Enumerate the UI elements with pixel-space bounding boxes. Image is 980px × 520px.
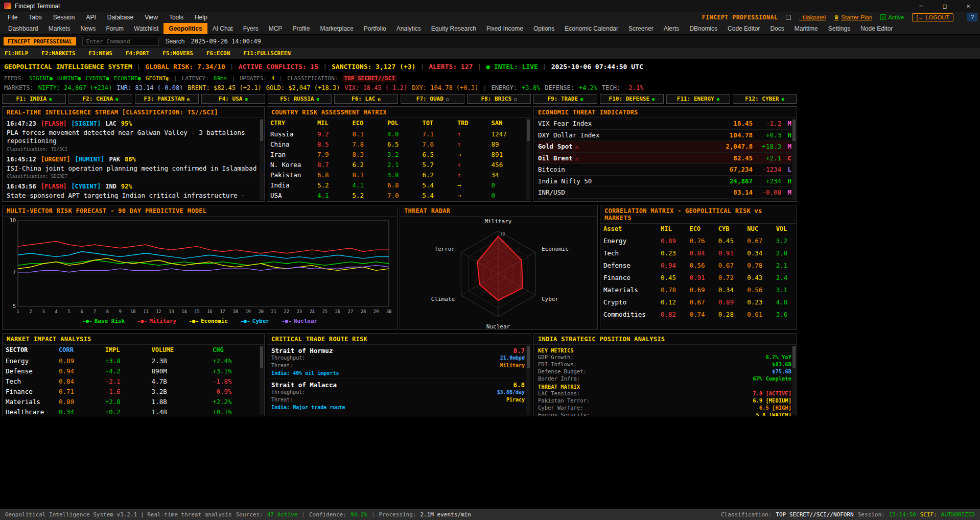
scrollbar[interactable]	[260, 119, 264, 200]
tab-fixed-income[interactable]: Fixed Income	[481, 23, 528, 34]
intel-item[interactable]: 16:47:23[FLASH][SIGINT]LAC95%PLA forces …	[7, 119, 258, 154]
menu-help[interactable]: Help	[189, 14, 213, 21]
menu-database[interactable]: Database	[102, 14, 139, 21]
legend-item-cyber[interactable]: -●-Cyber	[240, 318, 269, 324]
fkey-f3[interactable]: F3:NEWS	[89, 50, 112, 57]
country-row-eu[interactable]: EU4.86.17.36.1→12	[267, 200, 531, 201]
tab-analytics[interactable]: Analytics	[391, 23, 426, 34]
user-link[interactable]: _tilakpatel	[799, 14, 826, 20]
tab-news[interactable]: News	[75, 23, 101, 34]
market-row-energy[interactable]: Energy0.89+3.82.3B+2.4%	[3, 356, 264, 366]
country-row-pakistan[interactable]: Pakistan6.88.13.86.2↑34	[267, 170, 531, 180]
logout-button[interactable]: [→LOGOUT	[912, 13, 953, 21]
ftab-f10-defense[interactable]: F10: DEFENSE●	[600, 94, 664, 104]
tab-equity-research[interactable]: Equity Research	[426, 23, 481, 34]
scrollbar[interactable]	[526, 346, 530, 415]
ftab-f5-russia[interactable]: F5: RUSSIA●	[268, 94, 332, 104]
threat-matrix-row[interactable]: LAC Tensions:7.8 [ACTIVE]	[538, 390, 791, 397]
tab-geopolitics[interactable]: Geopolitics	[164, 23, 207, 34]
scrollbar[interactable]	[260, 346, 264, 415]
key-metrics-row[interactable]: FDI Inflows:$83.6B	[538, 361, 791, 368]
fullscreen-icon[interactable]	[786, 15, 791, 20]
market-row-finance[interactable]: Finance0.71-1.63.2B-0.9%	[3, 386, 264, 396]
scrollbar-thumb[interactable]	[527, 120, 530, 141]
tab-economic-calendar[interactable]: Economic Calendar	[559, 23, 623, 34]
tab-fyers[interactable]: Fyers	[238, 23, 264, 34]
menu-tools[interactable]: Tools	[164, 14, 189, 21]
corr-row-tech[interactable]: Tech0.230.840.910.342.8	[600, 247, 797, 259]
tab-settings[interactable]: Settings	[823, 23, 855, 34]
econ-indicator-row[interactable]: INR/USD83.14-0.08M	[538, 187, 791, 199]
tab-profile[interactable]: Profile	[287, 23, 315, 34]
corr-row-energy[interactable]: Energy0.890.760.450.673.2	[600, 234, 797, 247]
scrollbar-thumb[interactable]	[792, 346, 796, 368]
ftab-f7-quad[interactable]: F7: QUAD○	[401, 94, 464, 104]
scrollbar-thumb[interactable]	[260, 346, 263, 368]
tab-docs[interactable]: Docs	[765, 23, 789, 34]
key-metrics-row[interactable]: GDP Growth:6.7% YoY	[538, 354, 791, 361]
scrollbar-thumb[interactable]	[792, 120, 796, 141]
corr-row-finance[interactable]: Finance0.450.910.720.432.4	[600, 271, 797, 283]
trade-route[interactable]: Strait of Hormuz8.7Throughput:21.0mbpdTh…	[271, 345, 525, 379]
key-metrics-row[interactable]: Border Infra:67% Complete	[538, 375, 791, 383]
corr-row-commodities[interactable]: Commodities0.820.740.280.613.6	[600, 308, 797, 320]
trade-route[interactable]: Strait of Malacca6.8Throughput:$3.8B/day…	[271, 379, 525, 413]
country-row-russia[interactable]: Russia9.28.14.07.1↑1247	[267, 129, 531, 139]
intel-item[interactable]: 16:43:56[FLASH][CYBINT]IND92%State-spons…	[7, 181, 258, 201]
tab-forum[interactable]: Forum	[101, 23, 129, 34]
econ-indicator-row[interactable]: DXY Dollar Index104.78+0.3H	[538, 130, 791, 141]
corr-row-crypto[interactable]: Crypto0.120.670.890.234.8	[600, 296, 797, 308]
key-metrics-row[interactable]: Defense Budget:$75.6B	[538, 368, 791, 375]
menu-view[interactable]: View	[139, 14, 164, 21]
ftab-f2-china[interactable]: F2: CHINA●	[68, 94, 132, 104]
command-input[interactable]	[82, 37, 159, 46]
corr-row-materials[interactable]: Materials0.780.690.340.563.1	[600, 283, 797, 296]
market-row-tech[interactable]: Tech0.84-2.14.7B-1.8%	[3, 376, 264, 386]
menu-api[interactable]: API	[80, 14, 101, 21]
threat-matrix-row[interactable]: Pakistan Terror:6.9 [MEDIUM]	[538, 397, 791, 405]
fkey-f6[interactable]: F6:ECON	[206, 50, 230, 57]
tab-marketplace[interactable]: Marketplace	[315, 23, 358, 34]
menu-file[interactable]: File	[2, 14, 23, 21]
country-row-iran[interactable]: Iran7.98.33.26.5→891	[267, 149, 531, 159]
help-button[interactable]: ?	[967, 13, 977, 21]
tab-options[interactable]: Options	[528, 23, 559, 34]
corr-row-defense[interactable]: Defense0.940.560.670.782.1	[600, 259, 797, 271]
market-row-materials[interactable]: Materials0.80+2.81.8B+2.2%	[3, 396, 264, 407]
country-row-n-korea[interactable]: N. Korea8.76.22.15.7↑456	[267, 159, 531, 170]
ftab-f6-lac[interactable]: F6: LAC◐	[334, 94, 398, 104]
econ-indicator-row[interactable]: Gold Spot⚠2,047.8+18.3M	[538, 141, 791, 153]
trade-route[interactable]: Suez Canal7.2Throughput:$10.2B/day	[271, 413, 525, 416]
maximize-button[interactable]: □	[933, 0, 956, 12]
tab-node-editor[interactable]: Node Editor	[855, 23, 898, 34]
econ-indicator-row[interactable]: Bitcoin67,234-1234L	[538, 164, 791, 176]
fkey-f4[interactable]: F4:PORT	[126, 50, 149, 57]
scrollbar[interactable]	[792, 119, 796, 200]
tab-maritime[interactable]: Maritime	[789, 23, 823, 34]
tab-code-editor[interactable]: Code Editor	[722, 23, 765, 34]
search-button[interactable]: Search	[165, 38, 184, 45]
country-row-china[interactable]: China8.57.86.57.6↑89	[267, 139, 531, 149]
tab-watchlist[interactable]: Watchlist	[129, 23, 164, 34]
market-row-defense[interactable]: Defense0.94+4.2890M+3.1%	[3, 366, 264, 376]
tab-ai-chat[interactable]: AI Chat	[207, 23, 238, 34]
plan-link[interactable]: ♛Starter Plan	[834, 14, 872, 21]
scrollbar-thumb[interactable]	[527, 346, 530, 368]
tab-dbnomics[interactable]: DBnomics	[684, 23, 722, 34]
ftab-f8-brics[interactable]: F8: BRICS○	[467, 94, 531, 104]
ftab-f12-cyber[interactable]: F12: CYBER●	[733, 94, 797, 104]
ftab-f4-usa[interactable]: F4: USA●	[201, 94, 265, 104]
tab-screener[interactable]: Screener	[623, 23, 659, 34]
econ-indicator-row[interactable]: India Nifty 5024,867+234H	[538, 176, 791, 187]
legend-item-military[interactable]: -●-Military	[137, 318, 176, 324]
market-row-healthcare[interactable]: Healthcare0.34+0.21.4B+0.1%	[3, 407, 264, 416]
minimize-button[interactable]: ─	[909, 0, 933, 12]
intel-item[interactable]: 16:45:12[URGENT][HUMINT]PAK88%ISI-China …	[7, 154, 258, 181]
tab-markets[interactable]: Markets	[43, 23, 76, 34]
legend-item-economic[interactable]: -●-Economic	[189, 318, 228, 324]
ftab-f11-energy[interactable]: F11: ENERGY●	[666, 94, 730, 104]
country-row-usa[interactable]: USA4.15.27.05.4→0	[267, 190, 531, 200]
econ-indicator-row[interactable]: Oil Brent⚠82.45+2.1C	[538, 153, 791, 164]
scrollbar-thumb[interactable]	[260, 120, 263, 141]
threat-matrix-row[interactable]: Energy Security:5.8 [WATCH]	[538, 412, 791, 416]
